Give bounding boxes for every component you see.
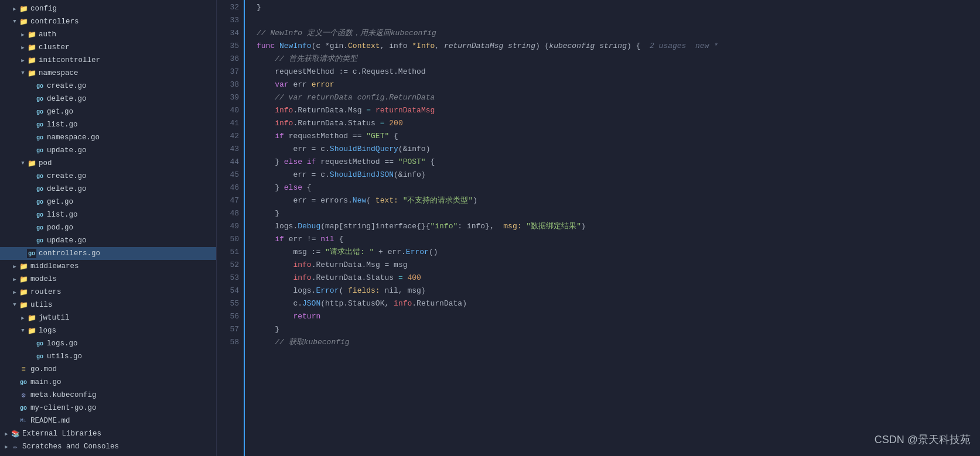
sidebar-item-namespace.go[interactable]: gonamespace.go [0, 131, 216, 144]
code-span: c. [257, 297, 302, 310]
code-span: Error [406, 246, 429, 259]
code-span: msg: [503, 220, 521, 233]
sidebar-item-utils[interactable]: ▼📁utils [0, 299, 216, 311]
code-span [257, 104, 275, 117]
tree-arrow: ▼ [19, 160, 27, 166]
sidebar-item-scratches[interactable]: ▶✏Scratches and Consoles [0, 440, 216, 453]
code-span: "不支持的请求类型" [403, 194, 473, 207]
folder-icon: 📁 [19, 262, 28, 271]
line-number-42: 42 [217, 130, 239, 143]
tree-item-label: delete.go [47, 185, 87, 193]
sidebar-item-cluster[interactable]: ▶📁cluster [0, 41, 216, 54]
sidebar-item-create.go-pod[interactable]: gocreate.go [0, 170, 216, 183]
code-span: () [429, 246, 438, 259]
sidebar-item-controllers.go[interactable]: gocontrollers.go [0, 247, 216, 260]
code-span: requestMethod := c.Request.Method [257, 66, 426, 78]
sidebar-item-my-client-go.go[interactable]: gomy-client-go.go [0, 402, 216, 414]
code-span: return [293, 310, 320, 323]
code-span: if [275, 233, 284, 246]
code-span: ( [312, 40, 316, 53]
tree-arrow-empty [27, 122, 35, 128]
code-span: err = c. [257, 143, 330, 156]
folder-icon: 📁 [27, 159, 36, 168]
sidebar-item-delete.go-ns[interactable]: godelete.go [0, 92, 216, 105]
sidebar-item-logs.go[interactable]: gologs.go [0, 337, 216, 350]
line-number-36: 36 [217, 53, 239, 66]
code-span: ShouldBindJSON [330, 169, 394, 181]
code-span: New [353, 194, 366, 207]
tree-arrow-empty [27, 341, 35, 347]
tree-arrow-empty [27, 199, 35, 205]
sidebar-item-logs[interactable]: ▼📁logs [0, 324, 216, 337]
go-file-icon: go [35, 94, 45, 104]
tree-item-label: config [30, 5, 57, 13]
sidebar-item-pod[interactable]: ▼📁pod [0, 157, 216, 170]
sidebar-item-middlewares[interactable]: ▶📁middlewares [0, 260, 216, 273]
tree-arrow-empty [11, 405, 19, 411]
sidebar-item-get.go-pod[interactable]: goget.go [0, 196, 216, 208]
sidebar-item-utils.go[interactable]: goutils.go [0, 350, 216, 363]
code-span: nil [320, 233, 334, 246]
sidebar-item-update.go-ns[interactable]: goupdate.go [0, 144, 216, 157]
code-span: . [293, 117, 298, 130]
code-span: NewInfo [279, 40, 312, 53]
tree-item-label: pod [39, 159, 52, 167]
sidebar-item-initcontroller[interactable]: ▶📁initcontroller [0, 54, 216, 67]
code-span: , info [380, 40, 412, 53]
sidebar-item-update.go-pod[interactable]: goupdate.go [0, 234, 216, 247]
sidebar-item-go.mod[interactable]: ≡go.mod [0, 363, 216, 376]
sidebar-item-pod.go[interactable]: gopod.go [0, 221, 216, 234]
code-span: , [384, 297, 394, 310]
tree-item-label: initcontroller [39, 56, 100, 64]
tree-arrow: ▶ [2, 444, 11, 450]
sidebar-item-routers[interactable]: ▶📁routers [0, 286, 216, 299]
sidebar-item-list.go-ns[interactable]: golist.go [0, 118, 216, 131]
code-span: = [361, 104, 375, 117]
line-number-48: 48 [217, 207, 239, 220]
tree-item-label: controllers.go [39, 249, 100, 258]
tree-item-label: get.go [47, 198, 73, 206]
sidebar-item-get.go-ns[interactable]: goget.go [0, 105, 216, 118]
code-span: . [361, 272, 366, 284]
mod-file-icon: ≡ [19, 365, 28, 374]
sidebar-item-controllers[interactable]: ▼📁controllers [0, 15, 216, 28]
code-span: c [316, 40, 325, 53]
code-line-51: msg := "请求出错: " + err.Error() [257, 246, 980, 259]
code-span: } [257, 323, 279, 336]
sidebar-item-jwtutil[interactable]: ▶📁jwtutil [0, 311, 216, 324]
code-span: Error [316, 284, 339, 297]
sidebar-item-external-libraries[interactable]: ▶📚External Libraries [0, 427, 216, 440]
code-span: info [394, 297, 412, 310]
go-file-icon: go [27, 249, 36, 258]
line-number-34: 34 [217, 27, 239, 40]
sidebar-item-auth[interactable]: ▶📁auth [0, 28, 216, 41]
code-span: 200 [389, 117, 402, 130]
code-span: logs. [257, 220, 298, 233]
sidebar-item-list.go-pod[interactable]: golist.go [0, 208, 216, 221]
sidebar-item-meta.kubeconfig[interactable]: ⚙meta.kubeconfig [0, 389, 216, 402]
code-span: ) [462, 297, 467, 310]
code-span [257, 130, 275, 143]
sidebar-item-config[interactable]: ▶📁config [0, 2, 216, 15]
go-file-icon: go [35, 184, 45, 194]
tree-item-label: logs [39, 327, 56, 335]
code-span: { [389, 130, 398, 143]
line-number-55: 55 [217, 297, 239, 310]
sidebar-item-models[interactable]: ▶📁models [0, 273, 216, 286]
code-span: "info" [430, 220, 457, 233]
code-span: Status [366, 272, 394, 284]
sidebar-item-create.go-ns[interactable]: gocreate.go [0, 80, 216, 92]
sidebar-item-README.md[interactable]: M↓README.md [0, 414, 216, 427]
code-span: . [293, 104, 298, 117]
sidebar-item-main.go[interactable]: gomain.go [0, 376, 216, 389]
code-span [257, 233, 275, 246]
sidebar-bottom [0, 453, 216, 456]
code-span: . [343, 104, 348, 117]
tree-arrow-empty [27, 83, 35, 89]
tree-arrow: ▶ [11, 263, 19, 270]
sidebar-item-delete.go-pod[interactable]: godelete.go [0, 183, 216, 196]
sidebar-item-namespace[interactable]: ▼📁namespace [0, 67, 216, 80]
folder-icon: 📁 [27, 56, 36, 65]
code-span: Debug [298, 220, 320, 233]
line-number-49: 49 [217, 220, 239, 233]
